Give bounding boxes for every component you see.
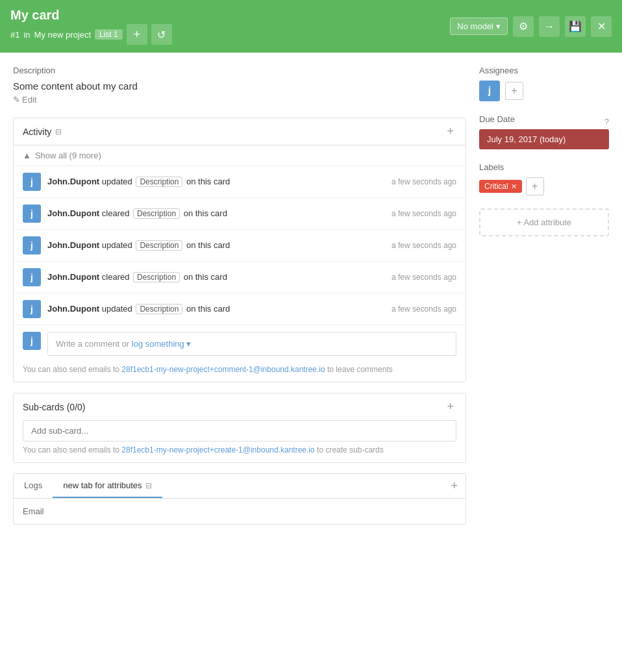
comment-avatar: j [23,332,41,350]
tab-attributes-label: new tab for attributes [63,480,142,490]
activity-add-button[interactable]: + [444,125,456,138]
sub-cards-title: Sub-cards (0/0) [23,402,85,412]
activity-action: cleared [102,208,132,218]
activity-timestamp: a few seconds ago [392,241,456,250]
comment-row: j Write a comment or log something ▾ [14,325,466,362]
due-date-label: Due Date [479,114,515,124]
tabs-add-button[interactable]: + [443,474,466,498]
sub-card-email-suffix: to create sub-cards [317,445,384,454]
activity-title: Activity ⊟ [23,127,62,137]
edit-link[interactable]: ✎ Edit [13,95,36,105]
activity-avatar: j [23,268,41,286]
sub-cards-add-button[interactable]: + [444,400,456,414]
show-all-label: Show all (9 more) [35,151,101,160]
labels-row: Critical ✕ + [479,177,609,195]
activity-field: Description [136,304,182,314]
add-attribute-box[interactable]: + Add attribute [479,208,609,236]
save-icon-btn[interactable]: 💾 [565,16,586,37]
card-meta: #1 in My new project List 1 + ↺ [10,24,172,45]
activity-context: on this card [184,208,227,218]
email-suffix-text: to leave comments [327,365,393,374]
sub-card-email-link[interactable]: 28f1ecb1-my-new-project+create-1@inbound… [121,445,314,454]
activity-context: on this card [186,177,230,186]
activity-timestamp: a few seconds ago [392,273,456,282]
description-content: Some content about my card [13,81,466,92]
activity-item: j John.Dupont cleared Description on thi… [14,261,466,293]
comment-email-link[interactable]: 28f1ecb1-my-new-project+comment-1@inboun… [121,365,325,374]
activity-timestamp: a few seconds ago [392,305,456,314]
log-something-link[interactable]: log something ▾ [132,339,192,349]
sub-cards-section: Sub-cards (0/0) + You can also send emai… [13,393,466,463]
tab-logs[interactable]: Logs [14,474,53,498]
due-date-button[interactable]: July 19, 2017 (today) [479,129,609,149]
activity-user: John.Dupont [47,208,99,218]
activity-text: John.Dupont updated Description on this … [47,240,385,251]
activity-avatar: j [23,236,41,255]
assignee-avatar: j [479,81,500,101]
critical-label-text: Critical [484,182,508,191]
reset-icon-btn[interactable]: ↺ [151,24,172,45]
activity-avatar: j [23,300,41,318]
in-text: in [23,30,30,40]
activity-field: Description [133,272,180,282]
email-field-label: Email [23,506,44,516]
add-assignee-button[interactable]: + [505,82,523,100]
sub-card-email-hint-text: You can also send emails to [23,445,119,454]
sub-cards-header: Sub-cards (0/0) + [14,393,466,420]
tabs-row: Logs new tab for attributes ⊟ + [14,474,466,499]
activity-user: John.Dupont [47,240,99,250]
remove-label-icon[interactable]: ✕ [511,182,517,191]
add-attribute-label: + Add attribute [517,218,571,227]
activity-items-container: j John.Dupont updated Description on thi… [14,166,466,325]
edit-label: Edit [22,95,36,105]
show-all-icon: ▲ [23,151,31,160]
activity-timestamp: a few seconds ago [392,209,456,218]
close-icon-btn[interactable]: ✕ [591,16,612,37]
activity-header: Activity ⊟ + [14,118,466,145]
activity-field: Description [136,177,182,187]
labels-label: Labels [479,162,609,172]
activity-action: cleared [102,272,132,282]
project-link[interactable]: My new project [34,30,91,40]
header-left: My card #1 in My new project List 1 + ↺ [10,8,172,45]
activity-action: updated [102,177,135,186]
activity-text: John.Dupont updated Description on this … [47,304,385,314]
activity-text: John.Dupont updated Description on this … [47,177,385,187]
login-icon-btn[interactable]: → [539,16,560,37]
activity-action: updated [102,304,135,314]
activity-context: on this card [186,304,230,314]
add-label-button[interactable]: + [526,177,544,195]
activity-collapse-icon[interactable]: ⊟ [55,127,62,136]
settings-icon-btn[interactable]: ⚙ [513,16,534,37]
due-date-help-icon[interactable]: ? [604,117,609,127]
tabs-section: Logs new tab for attributes ⊟ + Email [13,473,466,525]
assignee-initial: j [488,85,491,97]
activity-context: on this card [186,240,230,250]
main-content: Description Some content about my card ✎… [0,53,622,672]
activity-item: j John.Dupont updated Description on thi… [14,166,466,197]
email-hint-text: You can also send emails to [23,365,119,374]
or-text: or [122,339,132,349]
activity-user: John.Dupont [47,304,99,314]
add-icon-btn[interactable]: + [127,24,147,45]
activity-user: John.Dupont [47,272,99,282]
activity-item: j John.Dupont updated Description on thi… [14,229,466,261]
comment-input-area[interactable]: Write a comment or log something ▾ [47,332,456,356]
header-icons: No model ▾ ⚙ → 💾 ✕ [450,16,612,37]
edit-pencil-icon: ✎ [13,95,20,105]
due-date-value: July 19, 2017 (today) [487,134,566,144]
no-model-button[interactable]: No model ▾ [450,18,508,35]
list-badge: List 1 [95,29,123,40]
tab-collapse-icon[interactable]: ⊟ [145,481,152,490]
due-date-section: Due Date ? July 19, 2017 (today) [479,114,609,149]
app-header: My card #1 in My new project List 1 + ↺ … [0,0,622,53]
description-label: Description [13,66,466,75]
tab-attributes[interactable]: new tab for attributes ⊟ [53,474,162,498]
add-subcard-input[interactable] [23,420,456,442]
activity-label: Activity [23,127,51,137]
activity-item: j John.Dupont cleared Description on thi… [14,197,466,229]
show-all-row[interactable]: ▲ Show all (9 more) [14,145,466,166]
activity-timestamp: a few seconds ago [392,177,456,186]
activity-avatar: j [23,173,41,191]
card-id: #1 [10,30,19,40]
